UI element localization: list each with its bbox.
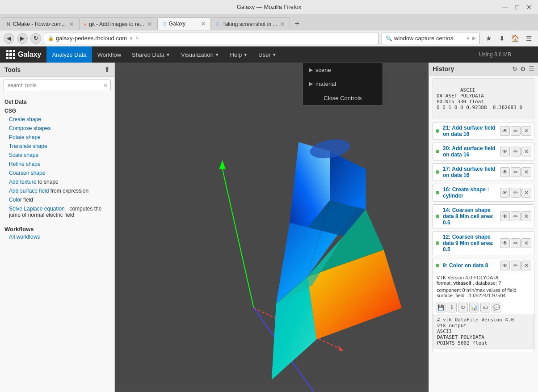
sidebar-link-compose-shapes[interactable]: Compose shapes xyxy=(0,124,114,133)
delete-btn-20[interactable]: ✕ xyxy=(521,147,531,156)
search-bar[interactable]: 🔍 window capture centos ▼ ▶ xyxy=(382,33,480,44)
view-btn-12[interactable]: 👁 xyxy=(500,238,510,248)
3d-visualization[interactable] xyxy=(115,63,429,392)
tag-footer-btn[interactable]: 🏷 xyxy=(480,303,490,312)
nav-item-visualization-label: Visualization xyxy=(181,51,214,58)
close-controls-button[interactable]: Close Controls xyxy=(303,91,382,105)
url-dropdown-icon: ▼ xyxy=(129,36,134,41)
url-bar[interactable]: 🔒 galaxy-pedees.rhcloud.com ▼ ↻ xyxy=(44,33,379,44)
tab-git-close[interactable]: ✕ xyxy=(147,21,152,28)
history-item-14-title[interactable]: 14: Coarsen shape data 8 Min cell area: … xyxy=(443,207,498,226)
search-go-icon[interactable]: ▶ xyxy=(472,35,476,41)
sidebar-section-csg[interactable]: CSG xyxy=(0,106,114,115)
view-btn-21[interactable]: 👁 xyxy=(500,126,510,136)
vtk-database-link[interactable]: ? xyxy=(498,280,501,286)
maximize-btn[interactable]: □ xyxy=(514,4,521,11)
tab-galaxy-close[interactable]: ✕ xyxy=(201,20,206,27)
sidebar-link-color-field[interactable]: Color field xyxy=(0,195,114,204)
tab-cmake[interactable]: N CMake - Howto com... ✕ xyxy=(2,17,79,30)
sidebar-link-create-shape[interactable]: Create shape xyxy=(0,115,114,124)
sidebar-link-add-surface-field[interactable]: Add surface field from expression xyxy=(0,186,114,195)
view-btn-9[interactable]: 👁 xyxy=(500,261,510,270)
sidebar-link-solve-laplace[interactable]: Solve Laplace equation - computes the ju… xyxy=(0,204,114,219)
edit-btn-16[interactable]: ✏ xyxy=(511,188,521,198)
new-tab-button[interactable]: + xyxy=(290,17,304,30)
history-refresh-icon[interactable]: ↻ xyxy=(512,65,517,72)
info-footer-btn[interactable]: ℹ xyxy=(447,303,457,312)
delete-btn-9[interactable]: ✕ xyxy=(521,261,531,270)
bookmark-icon[interactable]: ★ xyxy=(483,33,494,44)
comment-footer-btn[interactable]: 💬 xyxy=(492,303,501,312)
dropdown-scene[interactable]: ▶ scene xyxy=(303,63,382,77)
tab-screenshot-icon: ⊙ xyxy=(216,21,220,27)
scene-arrow-icon: ▶ xyxy=(309,67,313,73)
sidebar-link-add-texture[interactable]: Add texture to shape xyxy=(0,177,114,186)
home-icon[interactable]: 🏠 xyxy=(509,33,521,44)
history-item-20-title[interactable]: 20: Add surface field on data 16 xyxy=(443,145,498,158)
sidebar-link-translate-shape[interactable]: Translate shape xyxy=(0,142,114,151)
view-btn-20[interactable]: 👁 xyxy=(500,147,510,156)
history-item-12-title[interactable]: 12: Coarsen shape data 9 Min cell area: … xyxy=(443,234,498,253)
nav-item-help-label: Help xyxy=(230,51,242,58)
close-btn[interactable]: ✕ xyxy=(525,4,534,11)
chart-footer-btn[interactable]: 📊 xyxy=(469,303,479,312)
view-btn-17[interactable]: 👁 xyxy=(500,167,510,177)
minimize-btn[interactable]: — xyxy=(500,4,510,11)
sidebar-link-coarsen-shape[interactable]: Coarsen shape xyxy=(0,169,114,177)
delete-btn-14[interactable]: ✕ xyxy=(521,211,531,221)
nav-item-help[interactable]: Help ▼ xyxy=(225,46,253,63)
view-btn-14[interactable]: 👁 xyxy=(500,211,510,221)
url-refresh-icon[interactable]: ↻ xyxy=(135,35,139,41)
dropdown-material[interactable]: ▶ material xyxy=(303,77,382,91)
edit-btn-14[interactable]: ✏ xyxy=(511,211,521,221)
sidebar-link-refine-shape[interactable]: Refine shape xyxy=(0,160,114,169)
sidebar-link-potate-shape[interactable]: Potate shape xyxy=(0,133,114,142)
delete-btn-21[interactable]: ✕ xyxy=(521,126,531,136)
nav-grid-icon[interactable] xyxy=(517,46,534,63)
history-item-9-title[interactable]: 9: Color on data 8 xyxy=(443,262,498,269)
history-item-12-actions: 👁 ✏ ✕ xyxy=(500,238,531,248)
nav-item-workflow[interactable]: Workflow xyxy=(92,46,126,63)
tab-screenshot-close[interactable]: ✕ xyxy=(280,21,285,28)
history-item-16-title[interactable]: 16: Create shape : cylinder xyxy=(443,186,498,199)
history-settings-icon[interactable]: ⚙ xyxy=(520,65,526,72)
forward-button[interactable]: ▶ xyxy=(17,33,28,44)
delete-btn-12[interactable]: ✕ xyxy=(521,238,531,248)
tab-galaxy[interactable]: ⊙ Galaxy ✕ xyxy=(157,17,211,30)
nav-item-visualization[interactable]: Visualization ▼ xyxy=(176,46,225,63)
tab-cmake-close[interactable]: ✕ xyxy=(69,21,74,28)
history-item-21-title[interactable]: 21: Add surface field on data 16 xyxy=(443,125,498,137)
refresh-footer-btn[interactable]: ↻ xyxy=(458,303,468,312)
history-item-17-title[interactable]: 17: Add surface field on data 16 xyxy=(443,166,498,178)
nav-item-shared-data[interactable]: Shared Data ▼ xyxy=(126,46,176,63)
nav-item-shared-data-label: Shared Data xyxy=(132,51,164,58)
sidebar-content: Get Data CSG Create shape Compose shapes… xyxy=(0,94,114,392)
menu-icon[interactable]: ☰ xyxy=(523,33,534,44)
edit-btn-20[interactable]: ✏ xyxy=(511,147,521,156)
delete-btn-16[interactable]: ✕ xyxy=(521,188,531,198)
back-button[interactable]: ◀ xyxy=(4,33,14,44)
sidebar-link-all-workflows[interactable]: All workflows xyxy=(4,232,110,241)
edit-btn-17[interactable]: ✏ xyxy=(511,167,521,177)
upload-button[interactable]: ⬆ xyxy=(104,65,110,74)
history-item-17-header: 17: Add surface field on data 16 👁 ✏ ✕ xyxy=(433,164,534,181)
save-footer-btn[interactable]: 💾 xyxy=(436,303,446,312)
view-btn-16[interactable]: 👁 xyxy=(500,188,510,198)
download-icon[interactable]: ⬇ xyxy=(496,33,508,44)
edit-btn-12[interactable]: ✏ xyxy=(511,238,521,248)
search-tools-input[interactable] xyxy=(4,80,111,91)
nav-item-user[interactable]: User ▼ xyxy=(253,46,282,63)
search-tools-clear-icon[interactable]: ✕ xyxy=(103,82,108,89)
refresh-button[interactable]: ↻ xyxy=(30,33,41,44)
edit-btn-21[interactable]: ✏ xyxy=(511,126,521,136)
history-menu-icon[interactable]: ☰ xyxy=(529,65,534,72)
history-item-14: 14: Coarsen shape data 8 Min cell area: … xyxy=(433,204,534,228)
sidebar-link-scale-shape[interactable]: Scale shape xyxy=(0,151,114,160)
history-item-16-actions: 👁 ✏ ✕ xyxy=(500,188,531,198)
edit-btn-9[interactable]: ✏ xyxy=(511,261,521,270)
delete-btn-17[interactable]: ✕ xyxy=(521,167,531,177)
tab-git[interactable]: ♦ git - Add images to re... ✕ xyxy=(79,17,157,30)
sidebar-section-get-data[interactable]: Get Data xyxy=(0,97,114,106)
nav-item-analyze-data[interactable]: Analyze Data xyxy=(46,46,92,63)
tab-screenshot[interactable]: ⊙ Taking screenshot in ... ✕ xyxy=(211,17,290,30)
